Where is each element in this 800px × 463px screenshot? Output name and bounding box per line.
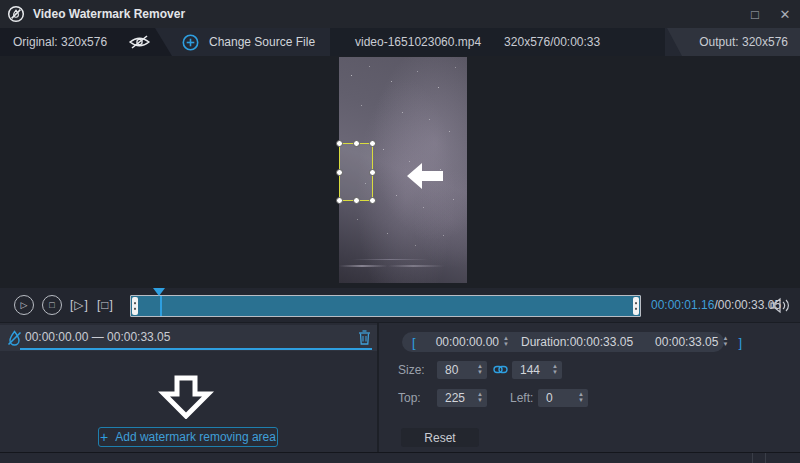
- playback-controls: ▷ □ [▷] [□] 00:00:01.16/00:00:33.05: [0, 288, 800, 323]
- stop-segment-button[interactable]: [□]: [97, 298, 114, 312]
- volume-icon[interactable]: [770, 297, 792, 317]
- selection-handle-w[interactable]: [336, 169, 343, 176]
- selection-handle-se[interactable]: [369, 197, 376, 204]
- selection-handle-s[interactable]: [353, 197, 360, 204]
- spin-down-icon[interactable]: ▼: [477, 398, 483, 404]
- source-bar: Original: 320x576 Change Source File vid…: [0, 28, 800, 56]
- plus-circle-icon: [182, 34, 199, 51]
- playhead-line[interactable]: [160, 296, 162, 316]
- spin-down-icon[interactable]: ▼: [477, 370, 483, 376]
- width-value[interactable]: 80: [437, 363, 477, 377]
- top-spinner[interactable]: 225 ▲ ▼: [437, 389, 487, 407]
- change-source-file-label: Change Source File: [209, 35, 315, 49]
- titlebar: Video Watermark Remover □ ✕: [0, 0, 800, 28]
- output-resolution-label: Output: 320x576: [699, 35, 788, 49]
- left-arrow-hint-icon: [406, 162, 444, 193]
- size-row: Size: 80 ▲ ▼ 144 ▲: [379, 361, 800, 379]
- selection-handle-nw[interactable]: [336, 140, 343, 147]
- duration-label: Duration:00:00:33.05: [521, 335, 633, 349]
- start-time-stepper[interactable]: ▲ ▼: [503, 336, 509, 348]
- height-spinner[interactable]: 144 ▲ ▼: [512, 361, 562, 379]
- spin-down-icon[interactable]: ▼: [552, 370, 558, 376]
- plus-icon: +: [100, 429, 108, 445]
- selection-handle-sw[interactable]: [336, 197, 343, 204]
- video-info-strip: video-1651023060.mp4 320x576/00:00:33: [330, 28, 665, 56]
- end-time-field[interactable]: 00:00:33.05: [645, 335, 722, 349]
- playhead-marker[interactable]: [153, 288, 165, 296]
- top-label: Top:: [398, 391, 421, 405]
- down-arrow-hint-icon: [158, 375, 214, 422]
- horizon-streak-decoration: [339, 259, 467, 260]
- position-row: Top: 225 ▲ ▼ Left: 0 ▲ ▼: [379, 389, 800, 407]
- horizon-streak-decoration: [339, 265, 467, 267]
- selection-handle-ne[interactable]: [369, 140, 376, 147]
- preview-toggle-eye-icon[interactable]: [127, 33, 152, 54]
- watermark-selection-box[interactable]: [339, 143, 373, 201]
- video-dimensions-duration: 320x576/00:00:33: [504, 35, 600, 49]
- aspect-link-icon[interactable]: [493, 363, 508, 379]
- current-time: 00:00:01.16: [651, 298, 714, 312]
- original-resolution-label: Original: 320x576: [13, 35, 107, 49]
- bracket-open: [: [402, 335, 426, 350]
- bottom-section: 00:00:00.00 — 00:00:33.05: [0, 323, 800, 452]
- selection-handle-e[interactable]: [369, 169, 376, 176]
- size-label: Size:: [398, 363, 425, 377]
- play-segment-button[interactable]: [▷]: [70, 298, 89, 312]
- bracket-close: ]: [728, 335, 752, 350]
- starfield-decoration: [339, 57, 340, 58]
- selection-handle-n[interactable]: [353, 140, 360, 147]
- watermark-drop-icon: [7, 330, 22, 350]
- left-spinner[interactable]: 0 ▲ ▼: [538, 389, 588, 407]
- output-resolution-tab: Output: 320x576: [667, 28, 800, 56]
- close-button[interactable]: ✕: [770, 0, 800, 28]
- properties-panel: [ 00:00:00.00 ▲ ▼ Duration:00:00:33.05 0…: [379, 323, 800, 452]
- window-title: Video Watermark Remover: [33, 7, 185, 21]
- reset-button[interactable]: Reset: [401, 428, 479, 447]
- video-preview-area: [0, 56, 800, 288]
- timeline-track[interactable]: [130, 295, 641, 317]
- resize-grip: [752, 453, 766, 463]
- start-time-field[interactable]: 00:00:00.00: [426, 335, 503, 349]
- left-label: Left:: [510, 391, 533, 405]
- timeline-end-handle[interactable]: [633, 297, 639, 315]
- window-controls: □ ✕: [740, 0, 800, 28]
- item-progress-underline: [20, 348, 372, 350]
- app-window: Video Watermark Remover □ ✕ Original: 32…: [0, 0, 800, 463]
- app-logo-icon: [7, 5, 25, 23]
- play-button[interactable]: ▷: [14, 295, 34, 315]
- video-filename: video-1651023060.mp4: [355, 35, 481, 49]
- left-value[interactable]: 0: [538, 391, 578, 405]
- height-value[interactable]: 144: [512, 363, 552, 377]
- top-value[interactable]: 225: [437, 391, 477, 405]
- watermark-time-range: 00:00:00.00 — 00:00:33.05: [25, 330, 170, 344]
- stop-button[interactable]: □: [42, 295, 62, 315]
- status-strip: [0, 452, 800, 463]
- spin-down-icon[interactable]: ▼: [578, 398, 584, 404]
- stop-icon: □: [49, 300, 54, 310]
- time-display: 00:00:01.16/00:00:33.05: [651, 298, 781, 312]
- change-source-file-button[interactable]: Change Source File: [182, 28, 315, 56]
- maximize-button[interactable]: □: [740, 0, 770, 28]
- time-range-control: [ 00:00:00.00 ▲ ▼ Duration:00:00:33.05 0…: [402, 332, 724, 352]
- width-spinner[interactable]: 80 ▲ ▼: [437, 361, 487, 379]
- spin-down-icon[interactable]: ▼: [503, 342, 509, 348]
- delete-watermark-icon[interactable]: [358, 330, 371, 348]
- play-icon: ▷: [21, 300, 28, 310]
- watermark-list-panel: 00:00:00.00 — 00:00:33.05: [0, 323, 377, 452]
- watermark-list-item[interactable]: 00:00:00.00 — 00:00:33.05: [0, 325, 377, 351]
- add-watermark-area-button[interactable]: + Add watermark removing area: [98, 427, 278, 447]
- add-watermark-area-label: Add watermark removing area: [115, 430, 276, 444]
- timeline-start-handle[interactable]: [132, 297, 138, 315]
